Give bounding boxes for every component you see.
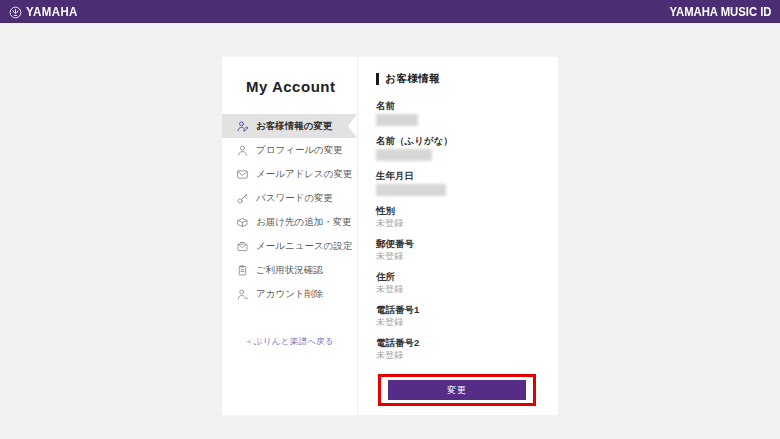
sidebar-item-profile-change[interactable]: プロフィールの変更 xyxy=(222,138,357,162)
delivery-icon xyxy=(236,216,249,229)
clipboard-icon xyxy=(236,264,249,277)
sidebar-item-email-change[interactable]: メールアドレスの変更 xyxy=(222,162,357,186)
info-field-label: 電話番号1 xyxy=(376,303,538,316)
mail-news-icon xyxy=(236,240,249,253)
info-field-label: 名前 xyxy=(376,99,538,112)
yamaha-tuning-fork-icon xyxy=(9,5,22,18)
sidebar-item-mail-news-settings[interactable]: メールニュースの設定 xyxy=(222,234,357,258)
app-header: YAMAHA YAMAHA MUSIC ID xyxy=(0,0,780,23)
info-field: 生年月日 xyxy=(376,169,538,196)
change-submit-button[interactable]: 変更 xyxy=(388,380,526,400)
info-field-label: 生年月日 xyxy=(376,169,538,182)
info-field: 住所 未登録 xyxy=(376,270,538,295)
submit-button-row: 変更 xyxy=(376,374,538,406)
info-field: 名前（ふりがな） xyxy=(376,134,538,161)
sidebar-title: My Account xyxy=(246,78,357,95)
section-title-bar xyxy=(376,73,379,85)
info-field: 郵便番号 未登録 xyxy=(376,237,538,262)
user-remove-icon xyxy=(236,288,249,301)
service-title: YAMAHA MUSIC ID xyxy=(669,5,771,19)
yamaha-logo[interactable]: YAMAHA xyxy=(9,5,78,18)
info-field-value xyxy=(376,114,418,126)
info-field-value: 未登録 xyxy=(376,349,538,361)
info-field-label: 郵便番号 xyxy=(376,237,538,250)
info-field-value: 未登録 xyxy=(376,316,538,328)
info-field-value: 未登録 xyxy=(376,217,538,229)
user-icon xyxy=(236,144,249,157)
info-field-label: 名前（ふりがな） xyxy=(376,134,538,147)
sidebar-item-customer-info-change[interactable]: お客様情報の変更 xyxy=(222,114,357,138)
info-field: 性別 未登録 xyxy=(376,204,538,229)
sidebar-item-shipping-address[interactable]: お届け先の追加・変更 xyxy=(222,210,357,234)
info-field-label: 性別 xyxy=(376,204,538,217)
section-title-row: お客様情報 xyxy=(376,72,538,86)
section-title: お客様情報 xyxy=(385,72,440,86)
info-field-label: 住所 xyxy=(376,270,538,283)
info-field-value xyxy=(376,149,432,161)
back-to-print-gakufu-link[interactable]: ＜ぷりんと楽譜へ戻る xyxy=(222,336,357,348)
account-sidebar: My Account お客様情報の変更 プロフィールの変更 メールアドレスの変更… xyxy=(222,57,358,415)
info-field-value xyxy=(376,184,446,196)
info-field-value: 未登録 xyxy=(376,283,538,295)
info-field-value: 未登録 xyxy=(376,250,538,262)
customer-info-panel: お客様情報 名前 名前（ふりがな） 生年月日 性別 未登録 郵便番号 未登録 住… xyxy=(358,57,558,415)
info-field: 電話番号1 未登録 xyxy=(376,303,538,328)
user-edit-icon xyxy=(236,120,249,133)
yamaha-logo-text: YAMAHA xyxy=(26,5,78,18)
info-field: 名前 xyxy=(376,99,538,126)
sidebar-item-password-change[interactable]: パスワードの変更 xyxy=(222,186,357,210)
info-field: 電話番号2 未登録 xyxy=(376,336,538,361)
mail-at-icon xyxy=(236,168,249,181)
key-icon xyxy=(236,192,249,205)
sidebar-item-usage-status[interactable]: ご利用状況確認 xyxy=(222,258,357,282)
info-field-label: 電話番号2 xyxy=(376,336,538,349)
sidebar-menu: お客様情報の変更 プロフィールの変更 メールアドレスの変更 パスワードの変更 お… xyxy=(222,114,357,306)
annotation-highlight: 変更 xyxy=(378,374,536,406)
customer-info-fields: 名前 名前（ふりがな） 生年月日 性別 未登録 郵便番号 未登録 住所 未登録 … xyxy=(376,99,538,361)
account-card: My Account お客様情報の変更 プロフィールの変更 メールアドレスの変更… xyxy=(222,57,558,415)
sidebar-item-account-delete[interactable]: アカウント削除 xyxy=(222,282,357,306)
